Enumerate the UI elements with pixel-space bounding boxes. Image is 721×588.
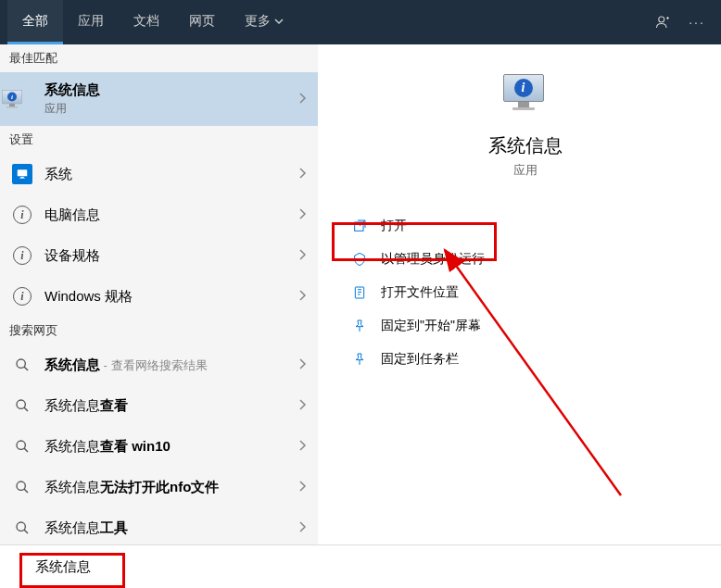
info-icon: i (11, 244, 33, 267)
svg-rect-11 (355, 287, 363, 298)
feedback-icon[interactable] (654, 13, 673, 31)
web-item-suffix: 查看 (100, 397, 128, 413)
action-label: 以管理员身份运行 (381, 251, 485, 268)
pin-icon (351, 351, 368, 368)
search-icon (11, 476, 33, 498)
settings-item-windows-specs[interactable]: i Windows 规格 (0, 276, 318, 317)
search-icon (11, 517, 33, 539)
settings-item-label: Windows 规格 (44, 288, 297, 306)
tab-documents[interactable]: 文档 (119, 0, 174, 44)
chevron-right-icon (297, 207, 307, 223)
chevron-right-icon (297, 92, 307, 107)
svg-rect-1 (18, 169, 28, 176)
svg-point-8 (17, 522, 25, 531)
settings-item-pcinfo[interactable]: i 电脑信息 (0, 194, 318, 235)
header-right: ··· (654, 13, 714, 31)
chevron-right-icon (297, 357, 307, 373)
open-icon (351, 218, 368, 234)
preview-header: i 系统信息 应用 (329, 56, 721, 202)
search-icon (11, 435, 33, 457)
svg-point-6 (17, 441, 25, 449)
web-item-prefix: 系统信息 (44, 519, 100, 535)
action-open-location[interactable]: 打开文件位置 (329, 276, 721, 309)
preview-title: 系统信息 (329, 133, 721, 158)
svg-rect-2 (20, 177, 24, 178)
action-pin-start[interactable]: 固定到"开始"屏幕 (329, 309, 721, 343)
svg-point-0 (659, 17, 664, 22)
pin-icon (351, 318, 368, 334)
admin-icon (351, 251, 368, 268)
best-match-subtitle: 应用 (44, 101, 297, 117)
search-bar (0, 544, 721, 588)
main-content: 最佳匹配 i 系统信息 应用 设置 系统 (0, 44, 721, 544)
settings-item-device-specs[interactable]: i 设备规格 (0, 235, 318, 276)
section-best-match: 最佳匹配 (0, 44, 318, 72)
preview-subtitle: 应用 (329, 162, 721, 179)
sysinfo-icon: i (11, 88, 33, 110)
more-options-icon[interactable]: ··· (688, 13, 706, 31)
info-icon: i (11, 285, 33, 307)
chevron-right-icon (297, 248, 307, 264)
svg-point-4 (17, 359, 25, 368)
action-run-admin[interactable]: 以管理员身份运行 (329, 243, 721, 276)
section-web: 搜索网页 (0, 317, 318, 344)
header-bar: 全部 应用 文档 网页 更多 ··· (0, 0, 721, 44)
svg-point-5 (17, 400, 25, 408)
results-panel: 最佳匹配 i 系统信息 应用 设置 系统 (0, 44, 318, 544)
web-item-prefix: 系统信息 (44, 479, 100, 494)
web-item[interactable]: 系统信息 - 查看网络搜索结果 (0, 344, 318, 385)
web-item-sub: - 查看网络搜索结果 (100, 358, 208, 372)
sysinfo-large-icon: i (503, 74, 548, 119)
chevron-right-icon (297, 289, 307, 305)
tab-apps[interactable]: 应用 (63, 0, 119, 44)
info-icon: i (11, 204, 33, 226)
web-item-prefix: 系统信息 (44, 357, 100, 372)
chevron-right-icon (297, 480, 307, 495)
section-settings: 设置 (0, 126, 318, 154)
action-label: 固定到任务栏 (381, 351, 459, 368)
search-icon (11, 394, 33, 417)
best-match-item[interactable]: i 系统信息 应用 (0, 72, 318, 126)
actions-list: 打开 以管理员身份运行 打开文件位置 固定到"开始"屏幕 固定到任务栏 (329, 202, 721, 383)
web-item-suffix: 工具 (100, 519, 128, 535)
web-item[interactable]: 系统信息无法打开此nfo文件 (0, 467, 318, 507)
settings-item-label: 电脑信息 (44, 206, 297, 224)
web-item[interactable]: 系统信息工具 (0, 507, 318, 544)
monitor-icon (11, 163, 33, 185)
web-item-suffix: 查看 win10 (100, 438, 171, 454)
tab-more[interactable]: 更多 (230, 0, 298, 44)
action-open[interactable]: 打开 (329, 209, 721, 243)
search-icon (11, 354, 33, 376)
chevron-down-icon (274, 14, 284, 29)
svg-rect-3 (19, 178, 25, 179)
search-input[interactable] (35, 559, 710, 575)
action-label: 固定到"开始"屏幕 (381, 318, 481, 334)
action-pin-taskbar[interactable]: 固定到任务栏 (329, 343, 721, 376)
chevron-right-icon (297, 398, 307, 414)
svg-point-7 (17, 482, 25, 490)
web-item-prefix: 系统信息 (44, 397, 100, 413)
tab-web[interactable]: 网页 (174, 0, 230, 44)
tab-more-label: 更多 (245, 13, 271, 30)
chevron-right-icon (297, 167, 307, 182)
settings-item-label: 系统 (44, 166, 297, 183)
chevron-right-icon (297, 439, 307, 455)
preview-panel: i 系统信息 应用 打开 以管理员身份运行 打开文件位置 (329, 56, 721, 544)
action-label: 打开 (381, 218, 407, 234)
web-item[interactable]: 系统信息查看 (0, 385, 318, 426)
folder-icon (351, 284, 368, 301)
web-item-suffix: 无法打开此nfo文件 (100, 479, 219, 494)
chevron-right-icon (297, 520, 307, 536)
web-item[interactable]: 系统信息查看 win10 (0, 426, 318, 467)
settings-item-label: 设备规格 (44, 247, 297, 265)
settings-item-system[interactable]: 系统 (0, 154, 318, 194)
tab-all[interactable]: 全部 (7, 0, 63, 44)
action-label: 打开文件位置 (381, 284, 459, 301)
best-match-title: 系统信息 (44, 81, 100, 97)
web-item-prefix: 系统信息 (44, 438, 100, 454)
header-tabs: 全部 应用 文档 网页 更多 (7, 0, 298, 44)
